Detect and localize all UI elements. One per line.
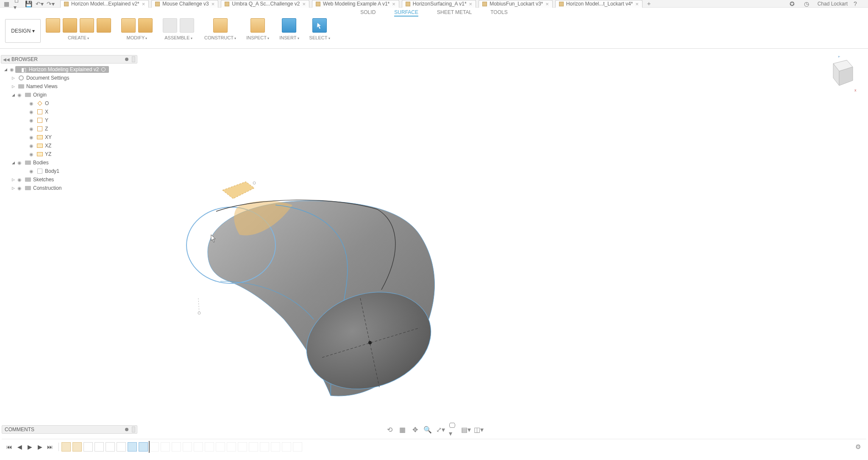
feature-4[interactable] [95,442,104,452]
timeline-start-icon[interactable]: ⏮ [5,443,14,451]
tree-plane-xz[interactable]: ◉ XZ [1,141,137,150]
feature-sketch-1[interactable] [61,442,71,452]
as-built-joint-icon[interactable] [180,18,194,33]
measure-icon[interactable] [250,18,265,33]
tab-surface[interactable]: SURFACE [394,9,418,17]
timeline-back-icon[interactable]: ◀ [15,443,24,451]
feature-20[interactable] [271,442,280,452]
browser-header[interactable]: ◀◀ BROWSER [1,55,137,64]
browser-drag-handle[interactable] [132,56,135,62]
grid-settings-icon[interactable]: ▤▾ [462,425,470,434]
timeline-fwd-icon[interactable]: ▶ [36,443,44,451]
grid-icon[interactable]: ▦ [3,1,10,7]
model-body[interactable] [148,150,487,413]
tab-web-modeling[interactable]: Web Modeling Example A v1* × [312,0,399,8]
expand-icon[interactable]: ▷ [10,84,16,89]
select-tool-icon[interactable] [312,18,327,33]
close-icon[interactable]: × [392,1,395,7]
orbit-icon[interactable]: ⟲ [385,425,394,434]
tree-axis-z[interactable]: ◉ Z [1,125,137,133]
feature-12[interactable] [183,442,192,452]
timeline-play-icon[interactable]: ▶ [25,443,34,451]
tab-umbra-qa[interactable]: Umbra Q_A Sc...Challenge v2 × [221,0,309,8]
fit-icon[interactable]: ⤢▾ [436,425,445,434]
tab-solid[interactable]: SOLID [360,9,376,17]
sweep-surface-icon[interactable] [80,18,94,33]
feature-plane-1[interactable] [72,442,82,452]
zoom-icon[interactable]: 🔍 [423,425,432,434]
feature-19[interactable] [260,442,269,452]
tree-body1[interactable]: ◉ Body1 [1,167,137,175]
feature-11[interactable] [172,442,181,452]
feature-13[interactable] [194,442,203,452]
file-menu-icon[interactable]: 🗋▾ [14,1,21,7]
feature-18[interactable] [249,442,258,452]
expand-icon[interactable]: ▷ [10,186,16,190]
plane-handle[interactable] [253,182,256,184]
comments-options-icon[interactable] [125,428,128,431]
visibility-icon[interactable]: ◉ [28,169,35,174]
expand-icon[interactable]: ◢ [10,93,16,97]
tree-root-row[interactable]: ◢ ◉ ◧ Horizon Modeling Explained v2 [1,65,137,74]
extrude-surface-icon[interactable] [46,18,60,33]
feature-16[interactable] [227,442,236,452]
tree-axis-y[interactable]: ◉ Y [1,116,137,125]
visibility-icon[interactable]: ◉ [8,67,15,72]
expand-icon[interactable]: ▷ [10,177,16,182]
group-label[interactable]: ASSEMBLE [164,35,192,40]
close-icon[interactable]: × [545,1,549,7]
insert-decal-icon[interactable] [282,18,296,33]
user-name[interactable]: Chad Lockart [818,1,848,7]
close-icon[interactable]: × [469,1,473,7]
new-tab-icon[interactable]: ＋ [645,1,653,7]
group-label[interactable]: CREATE [68,35,89,40]
comments-drag-handle[interactable] [132,427,135,432]
group-label[interactable]: SELECT [309,35,330,40]
tab-horizon-lockart[interactable]: Horizon Model...t_Lockart v4* × [555,0,643,8]
joint-icon[interactable] [163,18,177,33]
fillet-icon[interactable] [138,18,153,33]
feature-8-current[interactable] [139,442,148,452]
tree-plane-xy[interactable]: ◉ XY [1,133,137,141]
feature-22[interactable] [293,442,302,452]
close-icon[interactable]: × [635,1,639,7]
group-label[interactable]: INSERT [279,35,299,40]
timeline-end-icon[interactable]: ⏭ [46,443,54,451]
tree-origin-o[interactable]: ◉ O [1,99,137,108]
visibility-icon[interactable]: ◉ [16,186,23,191]
visibility-icon[interactable]: ◉ [28,143,35,149]
group-label[interactable]: CONSTRUCT [204,35,236,40]
visibility-icon[interactable]: ◉ [28,126,35,132]
group-label[interactable]: MODIFY [126,35,147,40]
expand-icon[interactable]: ▷ [10,76,16,80]
collapse-icon[interactable]: ◀◀ [3,57,10,62]
viewport-layout-icon[interactable]: ◫▾ [474,425,483,434]
tree-sketches[interactable]: ▷ ◉ Sketches [1,175,137,184]
expand-icon[interactable]: ◢ [10,161,16,165]
press-pull-icon[interactable] [121,18,136,33]
redo-icon[interactable]: ↷▾ [47,1,54,7]
job-status-icon[interactable]: ◷ [803,1,810,7]
timeline-settings-icon[interactable]: ⚙ [855,443,863,451]
display-settings-icon[interactable]: 🖵▾ [449,425,457,434]
feature-5[interactable] [106,442,115,452]
revolve-surface-icon[interactable] [63,18,77,33]
undo-icon[interactable]: ↶▾ [36,1,43,7]
comments-panel-header[interactable]: COMMENTS [2,425,137,434]
tree-doc-settings[interactable]: ▷ Document Settings [1,74,137,82]
extensions-icon[interactable]: ✪ [789,1,796,7]
tab-mobius-fun[interactable]: MobiusFun_Lockart v3* × [479,0,553,8]
visibility-icon[interactable]: ◉ [28,135,35,140]
visibility-icon[interactable]: ◉ [28,109,35,115]
tab-mouse-challenge[interactable]: Mouse Challenge v3 × [151,0,218,8]
visibility-icon[interactable]: ◉ [16,177,23,183]
expand-icon[interactable]: ◢ [3,67,8,72]
pan-icon[interactable]: ✥ [411,425,419,434]
workspace-switcher[interactable]: DESIGN ▾ [5,19,41,43]
save-icon[interactable]: 💾 [25,1,32,7]
group-label[interactable]: INSPECT [246,35,269,40]
active-badge-icon[interactable] [101,67,106,72]
visibility-icon[interactable]: ◉ [28,118,35,123]
tree-bodies[interactable]: ◢ ◉ Bodies [1,158,137,167]
close-icon[interactable]: × [211,1,215,7]
